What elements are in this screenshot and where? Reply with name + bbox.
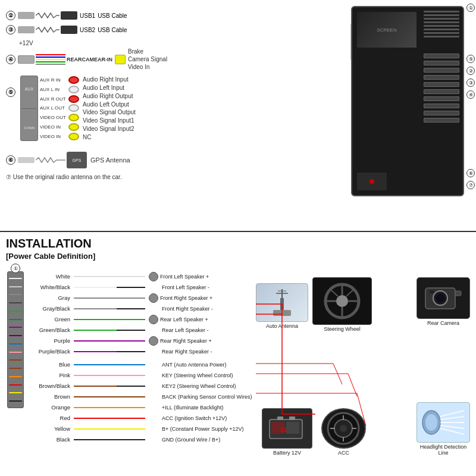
speaker-dot bbox=[149, 272, 158, 281]
acc-svg bbox=[324, 411, 363, 446]
wire-row-gray-black: Gray/Black Front Right Speaker - bbox=[26, 303, 252, 314]
installation-title: INSTALLATION bbox=[6, 237, 470, 250]
device-diagram-right: SCREEN ① bbox=[351, 6, 470, 208]
wire-row-brown: Brown BACK (Parking Sensor Control Wires… bbox=[26, 392, 252, 402]
headlight-label: Headlight Detection Line bbox=[416, 444, 470, 456]
battery-svg: 12V bbox=[267, 412, 308, 445]
acc-label: ACC bbox=[321, 450, 366, 456]
gps-antenna-label: GPS Antenna bbox=[90, 156, 130, 164]
wire-row-blue: Blue ANT (Auto Antenna Power) bbox=[26, 359, 252, 369]
usb2-row: ③ USB2 USB Cable bbox=[6, 25, 208, 35]
audio-left-input-label: Audio Left Input bbox=[83, 84, 136, 91]
svg-rect-2 bbox=[280, 298, 284, 310]
usb2-label: USB2 bbox=[80, 27, 95, 33]
speaker-dot-2 bbox=[149, 293, 158, 303]
svg-rect-1 bbox=[273, 310, 291, 316]
audio-left-output-label: Audio Left Output bbox=[83, 101, 136, 108]
wire-rows-container: White Front Left Speaker + White/Black F… bbox=[26, 271, 252, 445]
svg-rect-22 bbox=[289, 416, 295, 420]
wire-row-brown-black: Brown/Black KEY2 (Steering Wheel Control… bbox=[26, 381, 252, 391]
images-section: Auto Antenna Steering Whee bbox=[256, 265, 470, 462]
video-input1-label: Video Signal Input1 bbox=[83, 117, 136, 124]
annotation-7: ⑦ bbox=[466, 181, 475, 189]
bottom-installation-section: INSTALLATION [Power Cable Definition] ① bbox=[0, 232, 476, 476]
wire-row-pink: Pink KEY (Steering Wheel Control) bbox=[26, 370, 252, 380]
svg-line-36 bbox=[440, 416, 464, 419]
svg-point-7 bbox=[336, 295, 348, 307]
svg-line-35 bbox=[440, 411, 464, 416]
num-circle-6: ⑥ bbox=[6, 155, 15, 165]
gps-row: ⑥ GPS GPS Antenna bbox=[6, 152, 208, 168]
device-screen: SCREEN bbox=[357, 12, 416, 48]
cable-zigzag-2 bbox=[36, 26, 60, 33]
wire-row-purple-black: Purple/Black Rear Right Speaker - bbox=[26, 346, 252, 356]
annotation-3: ③ bbox=[466, 79, 475, 87]
audio-right-output-label: Audio Right Output bbox=[83, 93, 136, 99]
svg-line-45 bbox=[333, 364, 342, 384]
auto-antenna-image: Auto Antenna bbox=[256, 283, 308, 329]
video-output-label: Video Signal Output bbox=[83, 109, 136, 115]
wire-diagram-section: ① bbox=[6, 265, 256, 462]
wire-row-green: Green Rear Left Speaker + bbox=[26, 314, 252, 324]
svg-rect-18 bbox=[455, 291, 461, 296]
svg-point-17 bbox=[438, 296, 443, 300]
wire-row-red: Red ACC (Ignition Switch +12V) bbox=[26, 413, 252, 423]
footnote: ⑦ Use the original radio antenna on the … bbox=[6, 173, 208, 180]
device-ports bbox=[424, 54, 459, 125]
cable-zigzag bbox=[36, 12, 60, 19]
gps-zigzag bbox=[36, 157, 65, 163]
steering-svg bbox=[318, 280, 366, 322]
video-input2-label: Video Signal Input2 bbox=[83, 126, 136, 132]
num-circle-4: ④ bbox=[6, 55, 15, 64]
headlight-image: Headlight Detection Line bbox=[416, 402, 470, 456]
battery-label: Battery 12V bbox=[262, 450, 312, 456]
connector-num: ① bbox=[11, 264, 20, 273]
annotation-1: ① bbox=[466, 4, 475, 12]
svg-rect-24 bbox=[271, 422, 284, 434]
svg-point-28 bbox=[340, 425, 347, 432]
headlight-svg bbox=[419, 405, 467, 440]
svg-rect-25 bbox=[286, 422, 299, 434]
audio-right-input-label: Audio Right Input bbox=[83, 76, 136, 83]
wire-row-yellow: Yellow B+ (Constant Power Supply +12V) bbox=[26, 424, 252, 434]
voltage-row: +12V bbox=[6, 39, 208, 46]
rear-camera-image: Rear Camera bbox=[416, 277, 470, 326]
num-circle-5: ⑤ bbox=[6, 87, 15, 97]
camera-svg bbox=[422, 282, 464, 315]
device-vents bbox=[424, 11, 459, 39]
num-circle-2: ② bbox=[6, 11, 15, 20]
num-circle-3: ③ bbox=[6, 25, 15, 35]
acc-image: ACC bbox=[321, 408, 366, 456]
auto-antenna-label: Auto Antenna bbox=[256, 323, 308, 329]
svg-line-39 bbox=[440, 428, 464, 434]
speaker-dot-3 bbox=[149, 315, 158, 324]
svg-rect-21 bbox=[277, 416, 283, 420]
svg-rect-19 bbox=[430, 290, 434, 293]
camera-row: ④ REARCAMEAR-IN BrakeCamera SignalVideo … bbox=[6, 48, 208, 71]
annotation-5: ⑤ bbox=[466, 55, 475, 63]
top-wiring-section: ② USB1 USB Cable ③ USB2 USB Cable +12V bbox=[0, 0, 476, 232]
battery-image: 12V Battery 12V bbox=[262, 408, 312, 456]
steering-wheel-image: Steering Wheel bbox=[312, 277, 372, 332]
usb1-label: USB1 bbox=[80, 12, 95, 19]
wire-row-green-black: Green/Black Rear Left Speaker - bbox=[26, 325, 252, 335]
nc-label: NC bbox=[83, 134, 136, 140]
wire-row-purple: Purple Rear Right Speaker + bbox=[26, 336, 252, 346]
device-bottom-module bbox=[357, 173, 387, 190]
wire-row-orange: Orange +ILL (Illuminate Backlight) bbox=[26, 402, 252, 412]
aux-group: ⑤ AUX CONN AUX R IN AUX L IN AUX R OUT A… bbox=[6, 76, 208, 141]
power-cable-title: [Power Cable Definition] bbox=[6, 252, 470, 261]
annotation-2: ② bbox=[466, 67, 475, 75]
svg-point-34 bbox=[425, 414, 437, 431]
wire-row-gray: Gray Front Right Speaker + bbox=[26, 293, 252, 303]
svg-line-38 bbox=[440, 425, 464, 428]
svg-line-13 bbox=[346, 289, 354, 296]
svg-line-12 bbox=[330, 289, 338, 296]
annotation-4: ④ bbox=[466, 90, 475, 99]
antenna-svg bbox=[261, 286, 303, 319]
device-led bbox=[369, 179, 374, 184]
speaker-dot-4 bbox=[149, 336, 158, 346]
steering-wheel-label: Steering Wheel bbox=[312, 326, 372, 332]
wire-row-black: Black GND (Ground Wire / B+) bbox=[26, 434, 252, 444]
wire-row-white: White Front Left Speaker + bbox=[26, 271, 252, 281]
